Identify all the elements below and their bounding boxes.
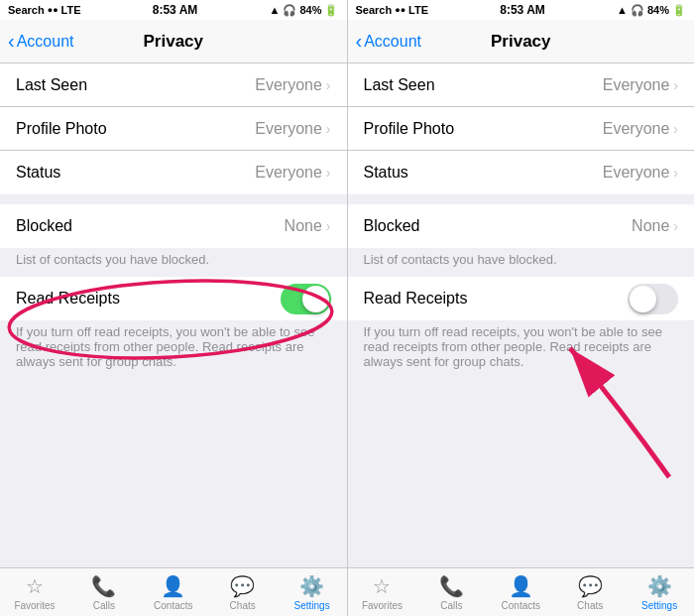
blocked-desc-left: List of contacts you have blocked. — [0, 248, 347, 277]
status-label-right: Status — [364, 164, 408, 182]
blocked-label-left: Blocked — [16, 217, 72, 235]
receipts-desc-right: If you turn off read receipts, you won't… — [348, 320, 695, 379]
blocked-desc-right: List of contacts you have blocked. — [348, 248, 695, 277]
time-left: 8:53 AM — [153, 3, 198, 17]
chevron-status-right: › — [673, 165, 678, 181]
chevron-status-left: › — [326, 165, 331, 181]
tab-favorites-left[interactable]: ☆ Favorites — [0, 574, 69, 611]
signal-dots-left: ●● — [48, 5, 58, 15]
status-right-left: ▲ 🎧 84% 🔋 — [270, 4, 339, 17]
chevron-last-seen-left: › — [326, 77, 331, 93]
chats-icon-right: 💬 — [578, 574, 603, 598]
tab-settings-left[interactable]: ⚙️ Settings — [278, 574, 347, 611]
blocked-section-left: Blocked None › — [0, 204, 347, 248]
status-row-right[interactable]: Status Everyone › — [348, 151, 695, 194]
profile-photo-value-left: Everyone › — [255, 120, 330, 138]
battery-right: 84% — [647, 4, 669, 16]
tab-favorites-right[interactable]: ☆ Favorites — [348, 574, 417, 611]
back-button-right[interactable]: ‹ Account — [356, 31, 421, 53]
status-row-left[interactable]: Status Everyone › — [0, 151, 347, 194]
gap1-left — [0, 194, 347, 204]
back-button-left[interactable]: ‹ Account — [8, 31, 73, 53]
calls-label-left: Calls — [93, 600, 115, 611]
battery-icon-left: 🔋 — [324, 4, 338, 17]
last-seen-label-right: Last Seen — [364, 76, 435, 94]
favorites-icon-right: ☆ — [373, 574, 391, 598]
contacts-label-right: Contacts — [502, 600, 540, 611]
time-right: 8:53 AM — [500, 3, 545, 17]
settings-label-right: Settings — [641, 600, 677, 611]
network-left: LTE — [61, 4, 81, 16]
gap1-right — [348, 194, 695, 204]
last-seen-value-right: Everyone › — [603, 76, 678, 94]
profile-photo-row-left[interactable]: Profile Photo Everyone › — [0, 107, 347, 151]
blocked-label-right: Blocked — [364, 217, 420, 235]
read-receipts-row-right[interactable]: Read Receipts — [348, 277, 695, 320]
status-label-left: Status — [16, 164, 60, 182]
chats-label-left: Chats — [230, 600, 256, 611]
nav-bar-right: ‹ Account Privacy — [348, 20, 695, 63]
signal-dots-right: ●● — [395, 5, 405, 15]
chevron-profile-left: › — [326, 121, 331, 137]
content-left: Last Seen Everyone › Profile Photo Every… — [0, 63, 347, 567]
favorites-label-left: Favorites — [14, 600, 55, 611]
status-bar-right: Search ●● LTE 8:53 AM ▲ 🎧 84% 🔋 — [348, 0, 695, 20]
headphones-icon-right: 🎧 — [631, 4, 644, 17]
read-receipts-toggle-right[interactable] — [628, 284, 678, 314]
calls-label-right: Calls — [440, 600, 462, 611]
blocked-section-right: Blocked None › — [348, 204, 695, 248]
status-left: Search ●● LTE — [8, 4, 81, 16]
toggle-thumb-left — [302, 286, 329, 312]
tab-contacts-right[interactable]: 👤 Contacts — [486, 574, 555, 611]
chevron-blocked-left: › — [326, 218, 331, 234]
nav-icon-left: ▲ — [270, 4, 281, 16]
profile-photo-label-left: Profile Photo — [16, 120, 107, 138]
nav-bar-left: ‹ Account Privacy — [0, 20, 347, 63]
right-panel: Search ●● LTE 8:53 AM ▲ 🎧 84% 🔋 ‹ Accoun… — [348, 0, 695, 616]
read-receipts-toggle-left[interactable] — [281, 284, 331, 314]
back-chevron-right: ‹ — [356, 30, 363, 53]
last-seen-row-right[interactable]: Last Seen Everyone › — [348, 63, 695, 107]
blocked-value-right: None › — [632, 217, 678, 235]
tab-calls-left[interactable]: 📞 Calls — [69, 574, 139, 611]
status-value-right: Everyone › — [603, 164, 678, 182]
carrier-right: Search — [356, 4, 393, 16]
read-receipts-section-right: Read Receipts — [348, 277, 695, 320]
battery-left: 84% — [299, 4, 321, 16]
network-right: LTE — [408, 4, 428, 16]
blocked-row-right[interactable]: Blocked None › — [348, 204, 695, 248]
last-seen-row-left[interactable]: Last Seen Everyone › — [0, 63, 347, 107]
toggle-thumb-right — [630, 286, 656, 312]
status-left-right: Search ●● LTE — [356, 4, 429, 16]
tab-calls-right[interactable]: 📞 Calls — [416, 574, 486, 611]
favorites-icon-left: ☆ — [26, 574, 44, 598]
status-right-right: ▲ 🎧 84% 🔋 — [617, 4, 686, 17]
back-label-right: Account — [364, 33, 421, 51]
receipts-desc-left: If you turn off read receipts, you won't… — [0, 320, 347, 379]
settings-label-left: Settings — [294, 600, 330, 611]
blocked-row-left[interactable]: Blocked None › — [0, 204, 347, 248]
left-panel: Search ●● LTE 8:53 AM ▲ 🎧 84% 🔋 ‹ Accoun… — [0, 0, 347, 616]
profile-photo-row-right[interactable]: Profile Photo Everyone › — [348, 107, 695, 151]
privacy-section-right: Last Seen Everyone › Profile Photo Every… — [348, 63, 695, 194]
contacts-label-left: Contacts — [154, 600, 192, 611]
settings-icon-right: ⚙️ — [647, 574, 672, 598]
tab-chats-right[interactable]: 💬 Chats — [555, 574, 625, 611]
read-receipts-row-left[interactable]: Read Receipts — [0, 277, 347, 320]
tab-contacts-left[interactable]: 👤 Contacts — [139, 574, 208, 611]
content-right: Last Seen Everyone › Profile Photo Every… — [348, 63, 695, 567]
chevron-blocked-right: › — [673, 218, 678, 234]
status-value-left: Everyone › — [255, 164, 330, 182]
back-label-left: Account — [17, 33, 74, 51]
headphones-icon-left: 🎧 — [283, 4, 296, 17]
privacy-section-left: Last Seen Everyone › Profile Photo Every… — [0, 63, 347, 194]
tab-settings-right[interactable]: ⚙️ Settings — [625, 574, 694, 611]
favorites-label-right: Favorites — [362, 600, 403, 611]
tab-bar-right: ☆ Favorites 📞 Calls 👤 Contacts 💬 Chats ⚙… — [348, 567, 695, 616]
tab-chats-left[interactable]: 💬 Chats — [208, 574, 278, 611]
nav-icon-right: ▲ — [617, 4, 628, 16]
chevron-profile-right: › — [673, 121, 678, 137]
carrier-left: Search — [8, 4, 45, 16]
contacts-icon-right: 👤 — [509, 574, 533, 598]
page-title-left: Privacy — [144, 32, 204, 52]
